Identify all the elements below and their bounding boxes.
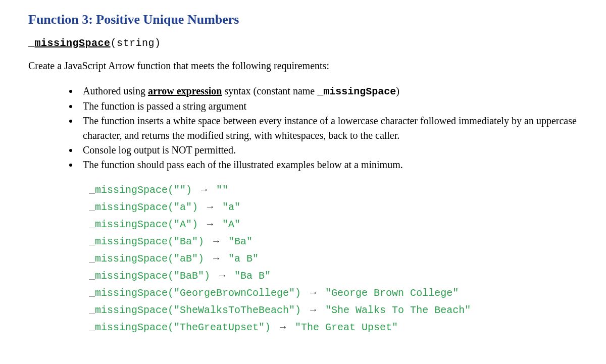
arrow-icon: → bbox=[204, 198, 216, 215]
arrow-expression-emphasis: arrow expression bbox=[148, 85, 222, 96]
requirements-list: Authored using arrow expression syntax (… bbox=[28, 84, 578, 172]
example-result: "A" bbox=[216, 217, 240, 233]
example-result: "" bbox=[210, 182, 228, 198]
example-result: "Ba B" bbox=[228, 268, 271, 284]
underscore-prefix: _ bbox=[89, 285, 95, 301]
underscore-prefix: _ bbox=[89, 251, 95, 267]
arrow-icon: → bbox=[198, 181, 210, 197]
example-line: _missingSpace("BaB") → "Ba B" bbox=[89, 267, 578, 284]
function-signature: _missingSpace(string) bbox=[28, 37, 578, 49]
example-call: missingSpace("") bbox=[95, 182, 198, 198]
example-call: missingSpace("A") bbox=[95, 217, 204, 233]
bullet-text: Authored using bbox=[83, 85, 148, 96]
function-name: missingSpace bbox=[35, 37, 111, 49]
arrow-icon: → bbox=[307, 301, 319, 318]
example-call: missingSpace("SheWalksToTheBeach") bbox=[95, 302, 307, 319]
arrow-icon: → bbox=[216, 267, 228, 283]
example-line: _missingSpace("a") → "a" bbox=[89, 198, 578, 216]
underscore-prefix: _ bbox=[28, 37, 35, 49]
example-line: _missingSpace("TheGreatUpset") → "The Gr… bbox=[89, 319, 578, 336]
section-heading: Function 3: Positive Unique Numbers bbox=[28, 12, 578, 27]
underscore-prefix: _ bbox=[89, 217, 95, 233]
bullet-text: ) bbox=[396, 85, 399, 96]
example-result: "George Brown College" bbox=[319, 285, 459, 301]
bullet-text: syntax (constant name bbox=[222, 85, 317, 96]
example-result: "a B" bbox=[222, 251, 259, 267]
example-line: _missingSpace("SheWalksToTheBeach") → "S… bbox=[89, 301, 578, 319]
underscore-prefix: _ bbox=[89, 320, 95, 336]
example-result: "She Walks To The Beach" bbox=[319, 302, 471, 319]
examples-block: _missingSpace("") → "" _missingSpace("a"… bbox=[28, 181, 578, 336]
list-item: The function is passed a string argument bbox=[79, 99, 578, 114]
arrow-icon: → bbox=[210, 233, 222, 249]
example-result: "a" bbox=[216, 199, 240, 216]
function-params: (string) bbox=[111, 37, 161, 49]
intro-text: Create a JavaScript Arrow function that … bbox=[28, 60, 578, 72]
example-line: _missingSpace("Ba") → "Ba" bbox=[89, 233, 578, 250]
example-call: missingSpace("a") bbox=[95, 199, 204, 216]
arrow-icon: → bbox=[307, 284, 319, 300]
example-call: missingSpace("TheGreatUpset") bbox=[95, 320, 277, 336]
arrow-icon: → bbox=[204, 216, 216, 232]
list-item: Authored using arrow expression syntax (… bbox=[79, 84, 578, 99]
underscore-prefix: _ bbox=[89, 268, 95, 284]
underscore-prefix: _ bbox=[89, 302, 95, 319]
example-result: "The Great Upset" bbox=[289, 320, 398, 336]
example-call: missingSpace("aB") bbox=[95, 251, 210, 267]
example-call: missingSpace("BaB") bbox=[95, 268, 216, 284]
example-line: _missingSpace("A") → "A" bbox=[89, 216, 578, 233]
example-line: _missingSpace("") → "" bbox=[89, 181, 578, 198]
arrow-icon: → bbox=[210, 250, 222, 266]
example-result: "Ba" bbox=[222, 234, 252, 250]
underscore-prefix: _ bbox=[89, 234, 95, 250]
example-call: missingSpace("Ba") bbox=[95, 234, 210, 250]
underscore-prefix: _ bbox=[89, 199, 95, 216]
list-item: The function inserts a white space betwe… bbox=[79, 114, 578, 143]
arrow-icon: → bbox=[277, 319, 289, 335]
list-item: The function should pass each of the ill… bbox=[79, 158, 578, 172]
underscore-prefix: _ bbox=[89, 182, 95, 198]
list-item: Console log output is NOT permitted. bbox=[79, 143, 578, 158]
constant-name: _missingSpace bbox=[317, 86, 396, 97]
example-call: missingSpace("GeorgeBrownCollege") bbox=[95, 285, 307, 301]
example-line: _missingSpace("aB") → "a B" bbox=[89, 250, 578, 267]
example-line: _missingSpace("GeorgeBrownCollege") → "G… bbox=[89, 284, 578, 301]
